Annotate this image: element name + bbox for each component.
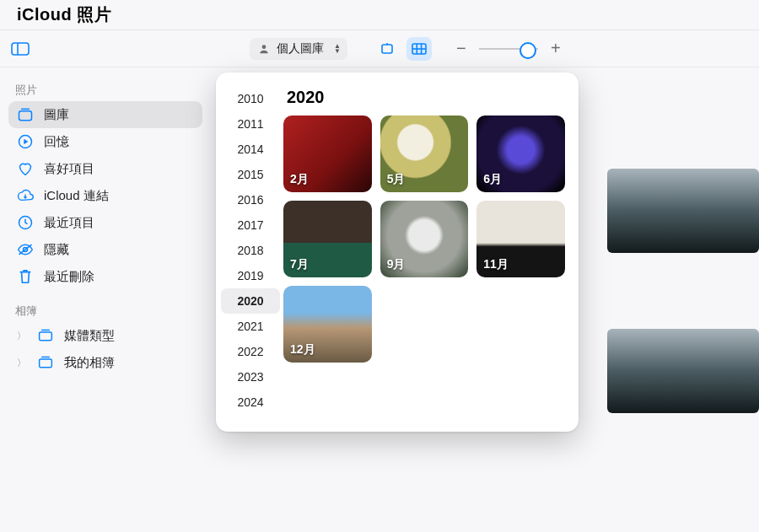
zoom-out-button[interactable]: − [455, 39, 467, 58]
library-picker-label: 個人圖庫 [277, 41, 324, 56]
heart-icon [17, 160, 34, 177]
year-2010[interactable]: 2010 [221, 86, 280, 111]
sidebar-item-label: 最近刪除 [44, 269, 94, 285]
month-tile[interactable]: 9月 [380, 201, 469, 277]
month-label: 6月 [483, 172, 502, 187]
sidebar-item-label: iCloud 連結 [44, 188, 109, 204]
sidebar: 照片 圖庫 回憶 喜好項目 iCloud 連結 最近項目 隱藏 最近刪除 [0, 67, 211, 532]
sidebar-item-recently-deleted[interactable]: 最近刪除 [8, 263, 202, 290]
svg-rect-9 [19, 111, 32, 121]
sidebar-item-label: 隱藏 [44, 242, 69, 258]
month-label: 2月 [290, 172, 309, 187]
month-label: 9月 [387, 257, 406, 272]
view-mode-single-button[interactable] [374, 37, 400, 61]
year-2019[interactable]: 2019 [221, 263, 280, 288]
year-2023[interactable]: 2023 [221, 364, 280, 390]
month-label: 11月 [483, 257, 509, 272]
person-icon [258, 43, 270, 55]
panel-title: 2020 [287, 88, 565, 107]
month-tile[interactable]: 6月 [476, 116, 565, 192]
month-tile[interactable]: 12月 [283, 286, 372, 363]
sidebar-item-label: 圖庫 [44, 107, 69, 123]
sidebar-section-photos: 照片 [8, 78, 202, 101]
sidebar-item-label: 回憶 [44, 134, 69, 150]
month-label: 7月 [290, 257, 309, 272]
album-icon [37, 327, 54, 344]
year-2014[interactable]: 2014 [221, 137, 280, 162]
chevron-right-icon: 〉 [17, 330, 25, 342]
sidebar-item-favorites[interactable]: 喜好項目 [8, 155, 202, 182]
month-tile[interactable]: 5月 [380, 116, 469, 192]
svg-rect-15 [40, 359, 52, 368]
view-mode-segment [374, 37, 432, 61]
year-2011[interactable]: 2011 [221, 111, 280, 137]
album-icon [37, 354, 54, 371]
sidebar-item-library[interactable]: 圖庫 [8, 101, 202, 128]
sidebar-item-memories[interactable]: 回憶 [8, 128, 202, 155]
month-tile[interactable]: 7月 [283, 201, 372, 277]
svg-rect-3 [382, 45, 392, 53]
year-list: 2010201120142015201620172018201920202021… [221, 86, 280, 415]
zoom-in-button[interactable]: + [550, 39, 562, 58]
memories-icon [17, 133, 34, 150]
month-tile[interactable]: 11月 [476, 201, 565, 277]
chevron-right-icon: 〉 [17, 357, 25, 369]
zoom-slider[interactable] [479, 48, 538, 50]
year-2022[interactable]: 2022 [221, 339, 280, 364]
svg-point-2 [262, 45, 266, 49]
zoom-controls: − + [455, 39, 562, 58]
sidebar-item-label: 喜好項目 [44, 161, 94, 177]
year-2020[interactable]: 2020 [221, 288, 280, 314]
sidebar-item-label: 我的相簿 [64, 355, 115, 371]
stepper-icon: ▲▼ [331, 44, 341, 54]
sidebar-item-my-albums[interactable]: 〉 我的相簿 [8, 349, 202, 376]
year-2015[interactable]: 2015 [221, 162, 280, 187]
main-content: 2010201120142015201620172018201920202021… [211, 67, 759, 532]
eye-off-icon [17, 241, 34, 258]
year-2018[interactable]: 2018 [221, 238, 280, 263]
clock-icon [17, 214, 34, 231]
svg-rect-14 [40, 332, 52, 341]
year-2016[interactable]: 2016 [221, 187, 280, 212]
view-mode-grid-button[interactable] [406, 37, 432, 61]
library-picker[interactable]: 個人圖庫 ▲▼ [250, 38, 347, 60]
photo-thumbnail[interactable] [607, 329, 759, 413]
year-2024[interactable]: 2024 [221, 390, 280, 415]
sidebar-item-hidden[interactable]: 隱藏 [8, 236, 202, 263]
toolbar: 個人圖庫 ▲▼ − + [0, 30, 759, 67]
sidebar-item-label: 最近項目 [44, 215, 94, 231]
sidebar-item-icloud-links[interactable]: iCloud 連結 [8, 182, 202, 209]
month-label: 12月 [290, 342, 315, 357]
svg-rect-0 [12, 43, 29, 55]
sidebar-item-media-types[interactable]: 〉 媒體類型 [8, 322, 202, 349]
sidebar-item-recents[interactable]: 最近項目 [8, 209, 202, 236]
sidebar-item-label: 媒體類型 [64, 328, 115, 344]
month-label: 5月 [387, 172, 406, 187]
app-title: iCloud 照片 [17, 3, 111, 26]
library-icon [17, 106, 34, 123]
month-tile[interactable]: 2月 [283, 116, 372, 192]
year-2017[interactable]: 2017 [221, 212, 280, 238]
year-2021[interactable]: 2021 [221, 314, 280, 339]
photo-thumbnail[interactable] [607, 169, 759, 253]
cloud-icon [17, 187, 34, 204]
trash-icon [17, 268, 34, 285]
toggle-sidebar-button[interactable] [8, 39, 32, 59]
year-month-panel: 2010201120142015201620172018201920202021… [216, 73, 579, 432]
titlebar: iCloud 照片 [0, 0, 759, 30]
month-grid: 2月5月6月7月9月11月12月 [283, 116, 565, 363]
sidebar-section-albums: 相簿 [8, 298, 202, 322]
